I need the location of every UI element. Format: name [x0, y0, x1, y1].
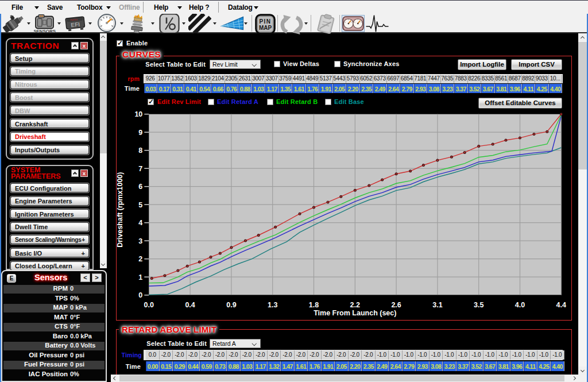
svg-text:1.8: 1.8 — [309, 301, 319, 309]
svg-text:4: 4 — [138, 219, 142, 227]
svg-text:8: 8 — [138, 146, 142, 155]
svg-text:9: 9 — [138, 129, 142, 137]
svg-text:2.2: 2.2 — [350, 301, 360, 309]
svg-text:MAP: MAP — [259, 25, 272, 31]
svg-text:EFI: EFI — [71, 21, 80, 29]
svg-text:Driveshaft (rpmx1000): Driveshaft (rpmx1000) — [116, 172, 124, 248]
svg-text:3.1: 3.1 — [432, 301, 442, 309]
svg-text:0: 0 — [138, 291, 142, 299]
svg-text:3.5: 3.5 — [474, 301, 483, 309]
svg-text:0.0: 0.0 — [144, 301, 154, 309]
svg-text:3: 3 — [138, 237, 142, 245]
svg-text:7: 7 — [138, 165, 142, 173]
svg-text:1.3: 1.3 — [268, 301, 277, 309]
svg-text:4.4: 4.4 — [556, 301, 566, 309]
svg-text:0.4: 0.4 — [185, 301, 195, 309]
svg-text:SENSORS: SENSORS — [34, 29, 56, 34]
svg-text:1: 1 — [138, 273, 142, 281]
svg-text:2: 2 — [138, 255, 142, 263]
svg-text:6: 6 — [138, 183, 142, 191]
svg-text:PIN: PIN — [259, 18, 271, 25]
svg-text:10: 10 — [134, 110, 142, 118]
svg-text:0.9: 0.9 — [226, 301, 236, 309]
svg-text:Time From Launch (sec): Time From Launch (sec) — [314, 309, 396, 317]
svg-text:5: 5 — [138, 201, 142, 209]
svg-text:2.6: 2.6 — [391, 301, 401, 309]
svg-text:4.0: 4.0 — [515, 301, 525, 309]
